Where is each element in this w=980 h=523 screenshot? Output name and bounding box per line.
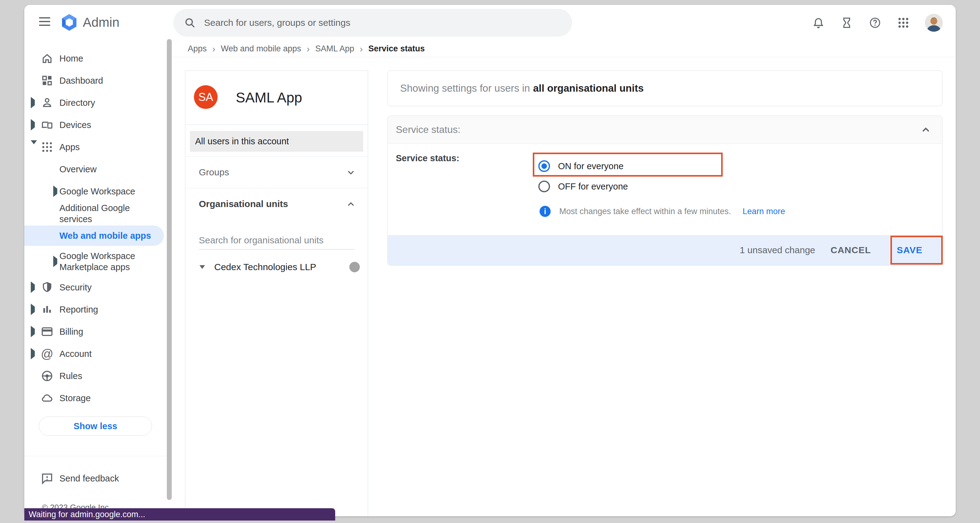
scope-heading-card: Showing settings for users in all organi… [388, 70, 942, 106]
expand-right-icon[interactable] [31, 122, 35, 128]
org-units-search-input[interactable] [199, 233, 355, 250]
home-icon [40, 52, 54, 65]
user-avatar[interactable] [925, 14, 943, 32]
radio-option-off[interactable]: OFF for everyone [538, 181, 628, 192]
top-bar-actions [811, 5, 956, 41]
org-units-section-toggle[interactable]: Organisational units [185, 188, 368, 220]
sidebar-item-web-and-mobile-apps[interactable]: Web and mobile apps [24, 224, 172, 247]
sidebar-item-billing[interactable]: Billing [24, 321, 172, 343]
save-footer-bar: 1 unsaved change CANCEL SAVE [388, 235, 942, 265]
sidebar-item-dashboard[interactable]: Dashboard [24, 70, 172, 92]
chevron-up-icon [346, 199, 356, 209]
send-feedback-button[interactable]: Send feedback [24, 466, 172, 490]
sidebar-item-security[interactable]: Security [24, 276, 172, 299]
dashboard-icon [40, 74, 54, 87]
admin-hexagon-logo-icon [60, 14, 78, 31]
hamburger-menu-icon[interactable] [39, 17, 50, 28]
sidebar-item-home[interactable]: Home [24, 48, 172, 70]
all-users-scope-item[interactable]: All users in this account [190, 131, 363, 152]
breadcrumb-separator-icon: › [212, 44, 216, 54]
reporting-chart-icon [40, 303, 54, 316]
security-shield-icon [40, 281, 54, 294]
storage-cloud-icon [40, 391, 54, 405]
chevron-down-icon [346, 167, 356, 178]
expand-right-icon[interactable] [31, 329, 35, 334]
rules-wheel-icon [40, 369, 54, 383]
service-status-card: Service status: Service status: ON for e… [388, 116, 942, 265]
show-less-button[interactable]: Show less [39, 416, 152, 436]
sidebar-navigation: Home Dashboard [24, 41, 172, 516]
cancel-button[interactable]: CANCEL [831, 245, 871, 255]
collapse-down-icon[interactable] [31, 144, 37, 150]
product-name: Admin [83, 15, 119, 30]
hourglass-tasks-icon[interactable] [840, 16, 853, 30]
admin-console-window: Admin [24, 5, 956, 516]
expand-right-icon[interactable] [31, 307, 35, 312]
scope-emphasis: all organisational units [533, 83, 644, 94]
sidebar-item-apps[interactable]: Apps [24, 136, 172, 158]
devices-icon [40, 118, 54, 132]
sidebar-item-reporting[interactable]: Reporting [24, 299, 172, 321]
google-admin-logo[interactable]: Admin [60, 14, 119, 31]
learn-more-link[interactable]: Learn more [743, 207, 785, 216]
search-icon [184, 17, 196, 29]
saml-app-panel: SA SAML App All users in this account Gr… [185, 70, 368, 516]
apps-grid-icon[interactable] [897, 16, 910, 30]
breadcrumb-web-and-mobile-apps[interactable]: Web and mobile apps [221, 44, 301, 54]
sidebar-item-marketplace-apps[interactable]: Google Workspace Marketplace apps [24, 247, 172, 276]
search-bar[interactable] [173, 9, 572, 37]
breadcrumb-current: Service status [368, 44, 425, 54]
app-name: SAML App [236, 89, 302, 106]
groups-section-toggle[interactable]: Groups [185, 157, 368, 188]
radio-option-on[interactable]: ON for everyone [538, 160, 624, 172]
sidebar-item-rules[interactable]: Rules [24, 365, 172, 387]
radio-selected-icon[interactable] [538, 160, 550, 172]
info-icon: i [539, 206, 550, 217]
notifications-bell-icon[interactable] [811, 16, 825, 30]
directory-person-icon [40, 96, 54, 110]
app-header: SA SAML App [185, 71, 368, 125]
sidebar-item-storage[interactable]: Storage [24, 387, 172, 409]
expand-right-icon[interactable] [53, 189, 57, 194]
info-row: i Most changes take effect within a few … [539, 206, 785, 217]
breadcrumb-saml-app[interactable]: SAML App [315, 44, 354, 54]
help-icon[interactable] [868, 16, 882, 30]
screen: Admin [0, 0, 980, 523]
expand-right-icon[interactable] [31, 351, 35, 356]
save-button[interactable]: SAVE [897, 245, 923, 255]
expand-right-icon[interactable] [31, 285, 35, 290]
sidebar-item-devices[interactable]: Devices [24, 114, 172, 136]
collapse-down-icon[interactable] [199, 265, 205, 269]
account-at-icon: @ [40, 347, 54, 361]
sidebar-scrollbar[interactable] [167, 39, 172, 500]
billing-card-icon [40, 325, 54, 339]
radio-unselected-icon[interactable] [538, 181, 550, 192]
sidebar-item-additional-google-services[interactable]: Additional Google services [24, 202, 172, 224]
breadcrumb: Apps › Web and mobile apps › SAML App › … [172, 41, 956, 57]
breadcrumb-separator-icon: › [306, 44, 310, 54]
scope-prefix: Showing settings for users in [400, 83, 530, 94]
apps-nav-grid-icon [40, 140, 54, 154]
sidebar-item-google-workspace[interactable]: Google Workspace [24, 180, 172, 202]
breadcrumb-separator-icon: › [359, 44, 363, 54]
sidebar-item-overview[interactable]: Overview [24, 158, 172, 180]
collapse-section-chevron-up-icon[interactable] [920, 124, 932, 136]
expand-right-icon[interactable] [31, 100, 35, 105]
breadcrumb-apps[interactable]: Apps [188, 44, 207, 54]
expand-right-icon[interactable] [53, 259, 57, 264]
sidebar-item-account[interactable]: @ Account [24, 343, 172, 365]
feedback-icon [40, 472, 54, 485]
org-unit-row[interactable]: Cedex Technologies LLP [185, 258, 368, 277]
org-unit-status-dot [349, 262, 360, 272]
browser-status-bar: Waiting for admin.google.com... [24, 508, 335, 521]
service-status-field-label: Service status: [396, 153, 459, 163]
service-status-section-header[interactable]: Service status: [388, 116, 942, 144]
search-input[interactable] [204, 17, 562, 28]
sidebar-item-directory[interactable]: Directory [24, 92, 172, 114]
unsaved-changes-text: 1 unsaved change [740, 245, 815, 255]
top-app-bar: Admin [24, 5, 956, 41]
app-avatar: SA [194, 85, 218, 109]
